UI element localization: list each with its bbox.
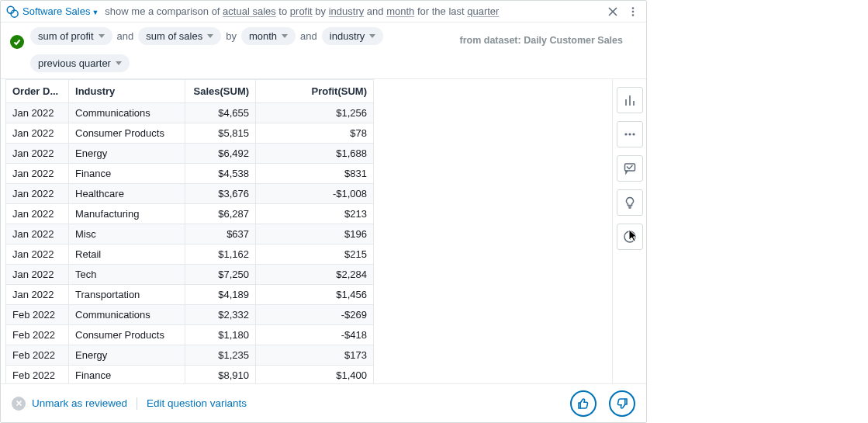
cell-order-date: Jan 2022 — [6, 144, 69, 164]
footer-separator — [137, 397, 137, 410]
svg-point-11 — [628, 133, 631, 135]
cell-profit: $1,456 — [256, 285, 374, 305]
chevron-down-icon — [207, 34, 213, 38]
col-profit-sum[interactable]: Profit(SUM) — [256, 80, 374, 103]
svg-point-4 — [632, 7, 635, 9]
cell-sales: $4,538 — [185, 164, 255, 184]
cell-profit: -$418 — [256, 325, 374, 345]
pill-previous-quarter[interactable]: previous quarter — [30, 54, 130, 72]
cell-industry: Tech — [69, 265, 185, 285]
conj-and-0: and — [117, 30, 134, 42]
cell-profit: $173 — [256, 345, 374, 366]
clear-query-button[interactable] — [604, 3, 621, 20]
send-feedback-button[interactable] — [617, 155, 643, 182]
pill-sum-of-profit[interactable]: sum of profit — [30, 27, 112, 45]
cell-sales: $1,162 — [185, 244, 255, 265]
cell-industry: Energy — [69, 144, 185, 164]
query-bar: Software Sales ▼ show me a comparison of… — [1, 1, 646, 23]
table-row[interactable]: Jan 2022Retail$1,162$215 — [6, 244, 374, 265]
table-row[interactable]: Jan 2022Misc$637$196 — [6, 224, 374, 244]
table-row[interactable]: Feb 2022Finance$8,910$1,400 — [6, 366, 374, 384]
cell-profit: $2,284 — [256, 265, 374, 285]
result-table: Order D... Industry Sales(SUM) Profit(SU… — [5, 79, 374, 383]
cell-sales: $7,250 — [185, 265, 255, 285]
table-row[interactable]: Jan 2022Energy$6,492$1,688 — [6, 144, 374, 164]
svg-point-5 — [632, 10, 635, 12]
thumbs-down-button[interactable] — [609, 390, 635, 417]
cell-industry: Retail — [69, 244, 185, 265]
dismiss-review-button[interactable] — [12, 397, 26, 411]
pill-sum-of-sales[interactable]: sum of sales — [138, 27, 221, 45]
cell-sales: $5,815 — [185, 123, 255, 144]
edit-variants-link[interactable]: Edit question variants — [147, 397, 247, 409]
insights-button[interactable] — [617, 189, 643, 216]
q-search-icon — [5, 5, 19, 19]
cell-industry: Misc — [69, 224, 185, 244]
table-row[interactable]: Jan 2022Communications$4,655$1,256 — [6, 103, 374, 123]
nl-query[interactable]: show me a comparison of actual sales to … — [102, 5, 601, 17]
cell-sales: $6,287 — [185, 204, 255, 224]
cell-industry: Finance — [69, 366, 185, 384]
table-row[interactable]: Jan 2022Consumer Products$5,815$78 — [6, 123, 374, 144]
cell-profit: $196 — [256, 224, 374, 244]
cell-order-date: Jan 2022 — [6, 103, 69, 123]
cell-sales: $1,235 — [185, 345, 255, 366]
svg-point-18 — [629, 234, 631, 235]
col-industry[interactable]: Industry — [69, 80, 185, 103]
cell-sales: $4,189 — [185, 285, 255, 305]
table-row[interactable]: Feb 2022Communications$2,332-$269 — [6, 305, 374, 325]
topic-selector[interactable]: Software Sales ▼ — [22, 5, 99, 17]
cell-profit: $1,688 — [256, 144, 374, 164]
table-row[interactable]: Jan 2022Healthcare$3,676-$1,008 — [6, 184, 374, 204]
query-menu-button[interactable] — [624, 3, 641, 20]
cell-order-date: Jan 2022 — [6, 204, 69, 224]
topic-name: Software Sales — [22, 5, 90, 17]
conj-and-1: and — [300, 30, 317, 42]
cell-order-date: Feb 2022 — [6, 345, 69, 366]
pill-industry[interactable]: industry — [322, 27, 384, 45]
cell-profit: $831 — [256, 164, 374, 184]
dataset-label: from dataset: Daily Customer Sales — [460, 35, 624, 46]
chevron-down-icon — [282, 34, 288, 38]
svg-point-6 — [632, 14, 635, 16]
cell-profit: $213 — [256, 204, 374, 224]
cell-sales: $3,676 — [185, 184, 255, 204]
chevron-down-icon — [99, 34, 105, 38]
cell-order-date: Jan 2022 — [6, 285, 69, 305]
q-topic-panel: Software Sales ▼ show me a comparison of… — [0, 0, 647, 423]
cell-industry: Communications — [69, 103, 185, 123]
table-row[interactable]: Feb 2022Consumer Products$1,180-$418 — [6, 325, 374, 345]
unmark-reviewed-link[interactable]: Unmark as reviewed — [32, 397, 127, 409]
svg-point-10 — [624, 133, 627, 135]
cell-sales: $2,332 — [185, 305, 255, 325]
cell-profit: $1,400 — [256, 366, 374, 384]
pill-month[interactable]: month — [241, 27, 296, 45]
result-blank-area — [375, 79, 612, 383]
cell-industry: Communications — [69, 305, 185, 325]
table-header-row: Order D... Industry Sales(SUM) Profit(SU… — [6, 80, 374, 103]
cell-order-date: Jan 2022 — [6, 224, 69, 244]
cell-industry: Transportation — [69, 285, 185, 305]
interpretation-bar: sum of profit and sum of sales by month … — [1, 23, 646, 79]
change-visual-button[interactable] — [617, 87, 643, 113]
svg-point-12 — [632, 133, 635, 135]
result-table-scroll[interactable]: Order D... Industry Sales(SUM) Profit(SU… — [5, 79, 375, 383]
cell-order-date: Jan 2022 — [6, 244, 69, 265]
col-sales-sum[interactable]: Sales(SUM) — [185, 80, 255, 103]
thumbs-up-button[interactable] — [570, 390, 597, 417]
more-actions-button[interactable] — [617, 121, 643, 147]
cell-industry: Consumer Products — [69, 325, 185, 345]
info-button[interactable] — [617, 224, 643, 250]
table-row[interactable]: Jan 2022Manufacturing$6,287$213 — [6, 204, 374, 224]
cell-industry: Finance — [69, 164, 185, 184]
col-order-date[interactable]: Order D... — [6, 80, 69, 103]
cell-industry: Manufacturing — [69, 204, 185, 224]
table-row[interactable]: Feb 2022Energy$1,235$173 — [6, 345, 374, 366]
table-row[interactable]: Jan 2022Tech$7,250$2,284 — [6, 265, 374, 285]
cell-industry: Energy — [69, 345, 185, 366]
table-row[interactable]: Jan 2022Finance$4,538$831 — [6, 164, 374, 184]
cell-order-date: Jan 2022 — [6, 164, 69, 184]
cell-profit: $215 — [256, 244, 374, 265]
table-row[interactable]: Jan 2022Transportation$4,189$1,456 — [6, 285, 374, 305]
cell-profit: -$1,008 — [256, 184, 374, 204]
